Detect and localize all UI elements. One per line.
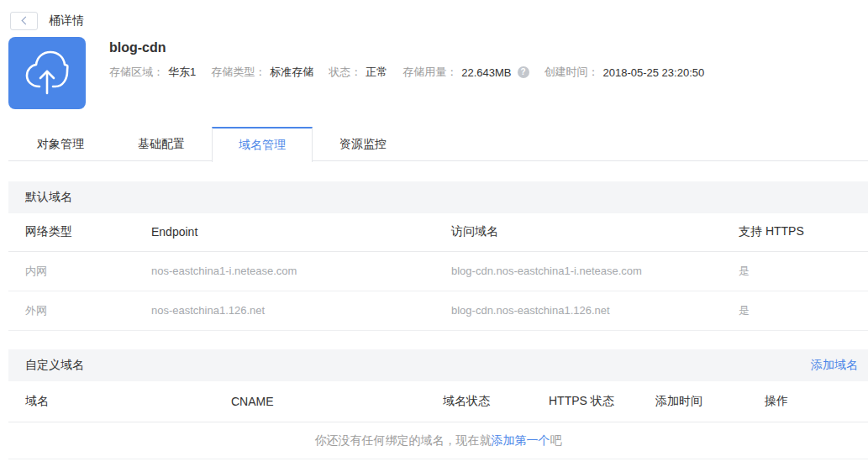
table-row: 外网 nos-eastchina1.126.net blog-cdn.nos-e… — [8, 291, 868, 330]
cell-https-support: 是 — [739, 251, 868, 291]
info-usage-value: 22.643MB — [461, 66, 511, 79]
help-icon[interactable]: ? — [518, 66, 529, 78]
empty-state-text: 你还没有任何绑定的域名，现在就 — [315, 433, 492, 447]
col-domain-status: 域名状态 — [443, 381, 549, 422]
tab-bar: 对象管理 基础配置 域名管理 资源监控 — [8, 127, 868, 161]
add-domain-link[interactable]: 添加域名 — [811, 358, 858, 373]
cell-access-domain: blog-cdn.nos-eastchina1-i.netease.com — [451, 251, 739, 291]
add-first-domain-link[interactable]: 添加第一个 — [492, 433, 550, 447]
default-domain-section-header: 默认域名 — [8, 181, 868, 213]
empty-state-row: 你还没有任何绑定的域名，现在就添加第一个吧 — [8, 422, 868, 459]
tab-resource-monitor[interactable]: 资源监控 — [313, 127, 413, 161]
col-endpoint: Endpoint — [151, 213, 451, 251]
info-region: 存储区域： 华东1 — [109, 65, 196, 80]
info-storage-type: 存储类型： 标准存储 — [211, 65, 313, 80]
info-status-label: 状态： — [329, 65, 361, 80]
bucket-icon — [8, 37, 86, 109]
bucket-name: blog-cdn — [109, 39, 719, 57]
info-created: 创建时间： 2018-05-25 23:20:50 — [544, 65, 705, 80]
custom-domain-header-row: 域名 CNAME 域名状态 HTTPS 状态 添加时间 操作 — [8, 381, 868, 422]
info-status: 状态： 正常 — [329, 65, 387, 80]
info-storage-type-label: 存储类型： — [211, 65, 266, 80]
col-network-type: 网络类型 — [8, 213, 151, 251]
col-cname: CNAME — [231, 381, 443, 422]
info-created-label: 创建时间： — [544, 65, 599, 80]
info-storage-type-value: 标准存储 — [270, 65, 313, 80]
col-add-time: 添加时间 — [655, 381, 765, 422]
topbar: 桶详情 — [0, 0, 868, 34]
default-domain-section-title: 默认域名 — [25, 190, 72, 205]
custom-domain-section-header: 自定义域名 添加域名 — [8, 349, 868, 381]
back-button[interactable] — [10, 12, 38, 30]
tab-basic-config[interactable]: 基础配置 — [111, 127, 212, 161]
bucket-info-row: 存储区域： 华东1 存储类型： 标准存储 状态： 正常 存储用量： 22.643… — [109, 65, 719, 80]
bucket-header: blog-cdn 存储区域： 华东1 存储类型： 标准存储 状态： 正常 存储用… — [8, 37, 868, 109]
custom-domain-table: 域名 CNAME 域名状态 HTTPS 状态 添加时间 操作 你还没有任何绑定的… — [8, 381, 868, 460]
default-domain-header-row: 网络类型 Endpoint 访问域名 支持 HTTPS — [8, 213, 868, 251]
col-https-status: HTTPS 状态 — [549, 381, 655, 422]
info-usage: 存储用量： 22.643MB ? — [402, 65, 529, 80]
info-usage-label: 存储用量： — [402, 65, 457, 80]
empty-state-text-suffix: 吧 — [550, 433, 562, 447]
cell-access-domain: blog-cdn.nos-eastchina1.126.net — [451, 291, 739, 330]
col-access-domain: 访问域名 — [451, 213, 739, 251]
info-region-label: 存储区域： — [109, 65, 164, 80]
tab-object-management[interactable]: 对象管理 — [10, 127, 111, 161]
info-created-value: 2018-05-25 23:20:50 — [603, 66, 705, 79]
cell-network-type: 外网 — [8, 291, 151, 330]
col-actions: 操作 — [765, 381, 868, 422]
col-https-support: 支持 HTTPS — [739, 213, 868, 251]
cloud-upload-icon — [23, 50, 71, 97]
col-domain: 域名 — [8, 381, 231, 422]
page-title: 桶详情 — [49, 13, 84, 29]
chevron-left-icon — [21, 17, 29, 25]
cell-https-support: 是 — [739, 291, 868, 330]
cell-endpoint: nos-eastchina1.126.net — [151, 291, 451, 330]
info-status-value: 正常 — [366, 65, 387, 80]
empty-state-message: 你还没有任何绑定的域名，现在就添加第一个吧 — [8, 422, 868, 459]
custom-domain-section-title: 自定义域名 — [25, 358, 84, 373]
cell-network-type: 内网 — [8, 251, 151, 291]
table-row: 内网 nos-eastchina1-i.netease.com blog-cdn… — [8, 251, 868, 291]
default-domain-table: 网络类型 Endpoint 访问域名 支持 HTTPS 内网 nos-eastc… — [8, 213, 868, 331]
tab-domain-management[interactable]: 域名管理 — [212, 127, 313, 162]
info-region-value: 华东1 — [168, 65, 196, 80]
cell-endpoint: nos-eastchina1-i.netease.com — [151, 251, 451, 291]
